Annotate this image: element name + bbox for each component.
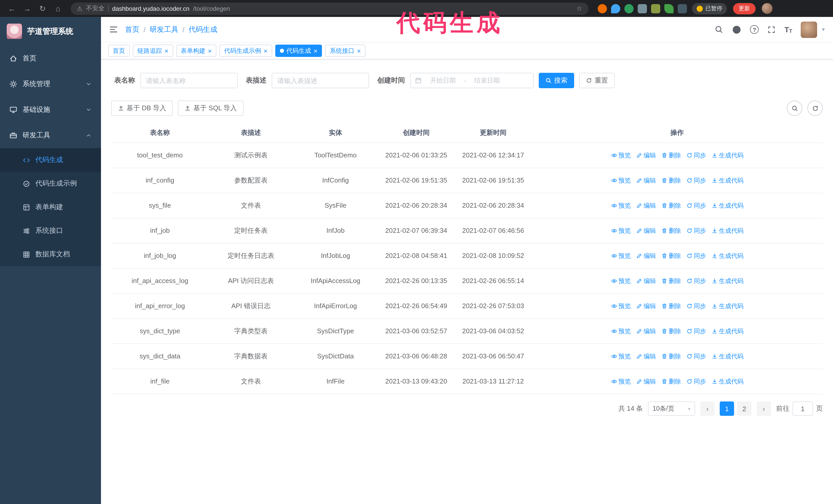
- reset-button[interactable]: 重置: [579, 73, 615, 88]
- tab-代码生成[interactable]: 代码生成×: [275, 45, 322, 57]
- toggle-search-button[interactable]: [787, 100, 802, 116]
- delete-link[interactable]: 删除: [661, 327, 681, 336]
- sidebar-subitem-code-generation[interactable]: 代码生成: [0, 148, 101, 172]
- browser-back-icon[interactable]: ←: [5, 2, 19, 15]
- delete-link[interactable]: 删除: [661, 226, 681, 235]
- edit-link[interactable]: 编辑: [636, 302, 656, 311]
- browser-forward-icon[interactable]: →: [21, 2, 34, 15]
- sidebar-subitem-db-doc[interactable]: 数据库文档: [0, 242, 101, 266]
- extension-icon-leaf[interactable]: [664, 4, 673, 13]
- search-icon[interactable]: [715, 25, 723, 34]
- table-desc-input[interactable]: [272, 73, 369, 88]
- extension-icon-fox[interactable]: [598, 4, 607, 13]
- tab-close-icon[interactable]: ×: [165, 47, 168, 54]
- preview-link[interactable]: 预览: [611, 151, 631, 160]
- sync-link[interactable]: 同步: [686, 377, 706, 386]
- edit-link[interactable]: 编辑: [636, 327, 656, 336]
- sidebar-subitem-system-api[interactable]: 系统接口: [0, 219, 101, 242]
- edit-link[interactable]: 编辑: [636, 277, 656, 286]
- sync-link[interactable]: 同步: [686, 151, 706, 160]
- preview-link[interactable]: 预览: [611, 352, 631, 361]
- preview-link[interactable]: 预览: [611, 201, 631, 210]
- delete-link[interactable]: 删除: [661, 277, 681, 286]
- sync-link[interactable]: 同步: [686, 201, 706, 210]
- help-icon[interactable]: ?: [750, 25, 759, 34]
- edit-link[interactable]: 编辑: [636, 151, 656, 160]
- preview-link[interactable]: 预览: [611, 176, 631, 185]
- tab-表单构建[interactable]: 表单构建×: [176, 45, 216, 57]
- generate-code-link[interactable]: 生成代码: [711, 176, 743, 185]
- generate-code-link[interactable]: 生成代码: [711, 327, 743, 336]
- sidebar-item-system-management[interactable]: 系统管理: [0, 71, 101, 97]
- tab-close-icon[interactable]: ×: [314, 47, 317, 54]
- sync-link[interactable]: 同步: [686, 352, 706, 361]
- browser-home-icon[interactable]: ⌂: [51, 2, 65, 15]
- date-start-input[interactable]: [424, 77, 462, 84]
- tab-链路追踪[interactable]: 链路追踪×: [133, 45, 173, 57]
- address-bar[interactable]: ⚠ 不安全 dashboard.yudao.iocoder.cn/tool/co…: [71, 2, 589, 15]
- user-avatar[interactable]: [801, 21, 817, 38]
- text-size-icon[interactable]: TT: [784, 25, 792, 34]
- preview-link[interactable]: 预览: [611, 277, 631, 286]
- edit-link[interactable]: 编辑: [636, 226, 656, 235]
- bookmark-star-icon[interactable]: ☆: [576, 5, 582, 12]
- preview-link[interactable]: 预览: [611, 251, 631, 261]
- sync-link[interactable]: 同步: [686, 277, 706, 286]
- delete-link[interactable]: 删除: [661, 251, 681, 261]
- delete-link[interactable]: 删除: [661, 201, 681, 210]
- generate-code-link[interactable]: 生成代码: [711, 302, 743, 311]
- tab-系统接口[interactable]: 系统接口×: [325, 45, 365, 57]
- import-db-button[interactable]: 基于 DB 导入: [111, 100, 173, 116]
- breadcrumb-home[interactable]: 首页: [125, 25, 139, 34]
- page-button-2[interactable]: 2: [737, 402, 752, 416]
- github-icon[interactable]: [732, 25, 741, 34]
- extension-icon-people[interactable]: [638, 4, 647, 13]
- fullscreen-icon[interactable]: [767, 25, 776, 33]
- tab-代码生成示例[interactable]: 代码生成示例×: [219, 45, 272, 57]
- import-sql-button[interactable]: 基于 SQL 导入: [178, 100, 244, 116]
- sync-link[interactable]: 同步: [686, 226, 706, 235]
- delete-link[interactable]: 删除: [661, 176, 681, 185]
- tab-close-icon[interactable]: ×: [208, 47, 212, 54]
- edit-link[interactable]: 编辑: [636, 251, 656, 261]
- sidebar-subitem-codegen-example[interactable]: 代码生成示例: [0, 172, 101, 195]
- page-size-select[interactable]: 10条/页 ▾: [648, 402, 695, 416]
- generate-code-link[interactable]: 生成代码: [711, 201, 743, 210]
- edit-link[interactable]: 编辑: [636, 352, 656, 361]
- search-button[interactable]: 搜索: [539, 73, 574, 88]
- browser-reload-icon[interactable]: ↻: [36, 2, 49, 15]
- preview-link[interactable]: 预览: [611, 302, 631, 311]
- sidebar-subitem-form-builder[interactable]: 表单构建: [0, 195, 101, 219]
- sidebar-item-dev-tools[interactable]: 研发工具: [0, 123, 101, 148]
- sync-link[interactable]: 同步: [686, 302, 706, 311]
- edit-link[interactable]: 编辑: [636, 201, 656, 210]
- tab-首页[interactable]: 首页: [108, 45, 130, 57]
- tab-close-icon[interactable]: ×: [263, 47, 267, 54]
- generate-code-link[interactable]: 生成代码: [711, 377, 743, 386]
- delete-link[interactable]: 删除: [661, 352, 681, 361]
- extension-icon-drop[interactable]: [611, 4, 620, 13]
- sidebar-item-infrastructure[interactable]: 基础设施: [0, 97, 101, 123]
- browser-update-button[interactable]: 更新: [733, 3, 756, 14]
- refresh-table-button[interactable]: [807, 100, 823, 116]
- date-end-input[interactable]: [468, 77, 506, 84]
- table-name-input[interactable]: [140, 73, 238, 88]
- hamburger-icon[interactable]: [109, 25, 118, 34]
- generate-code-link[interactable]: 生成代码: [711, 226, 743, 235]
- edit-link[interactable]: 编辑: [636, 176, 656, 185]
- extension-icon-puzzle[interactable]: [678, 4, 687, 13]
- generate-code-link[interactable]: 生成代码: [711, 251, 743, 261]
- avatar-caret-down-icon[interactable]: ▾: [822, 26, 825, 33]
- preview-link[interactable]: 预览: [611, 377, 631, 386]
- sidebar-item-home[interactable]: 首页: [0, 46, 101, 71]
- generate-code-link[interactable]: 生成代码: [711, 352, 743, 361]
- browser-profile-avatar[interactable]: [762, 3, 772, 14]
- extension-icon-check[interactable]: [624, 4, 634, 13]
- page-button-1[interactable]: 1: [720, 402, 734, 416]
- goto-page-input[interactable]: [792, 402, 813, 416]
- paused-badge[interactable]: 已暂停: [692, 3, 727, 14]
- edit-link[interactable]: 编辑: [636, 377, 656, 386]
- sync-link[interactable]: 同步: [686, 251, 706, 261]
- date-range-picker[interactable]: -: [410, 73, 533, 88]
- breadcrumb-dev-tools[interactable]: 研发工具: [150, 25, 178, 34]
